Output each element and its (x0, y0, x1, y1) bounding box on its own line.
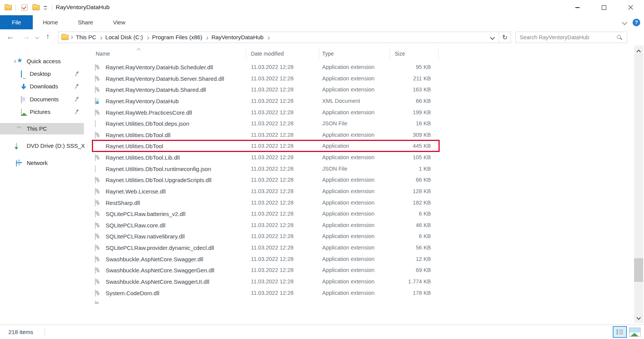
date-modified-cell: 11.03.2022 12:28 (251, 233, 318, 239)
vertical-scrollbar[interactable] (634, 46, 643, 323)
dll-file-icon (95, 86, 96, 93)
sidebar-item-documents[interactable]: Documents (0, 94, 84, 105)
ribbon-collapse-icon[interactable] (622, 19, 627, 25)
qat-dropdown-icon[interactable] (43, 6, 47, 10)
breadcrumb-separator[interactable] (205, 37, 208, 40)
table-row[interactable]: SQLitePCLRaw.batteries_v2.dll11.03.2022 … (85, 208, 634, 220)
column-header-date-modified[interactable]: Date modified (251, 51, 284, 57)
table-row[interactable]: Raynet.Utilities.DbTool11.03.2022 12:28A… (85, 141, 634, 152)
pin-icon (75, 71, 79, 76)
file-icon-cell (95, 290, 102, 297)
file-name-cell: Raynet.Utilities.DbTool.deps.json (106, 120, 247, 127)
date-modified-cell: 11.03.2022 12:28 (251, 267, 318, 273)
sidebar-item-dvd-drive-d-sss-x[interactable]: DVD Drive (D:) SSS_X (0, 140, 84, 152)
scroll-up-icon[interactable] (636, 50, 641, 54)
highlight-annotation (92, 140, 440, 152)
file-name-cell: SQLitePCLRaw.provider.dynamic_cdecl.dll (106, 245, 247, 251)
sidebar-item-desktop[interactable]: Desktop (0, 68, 84, 80)
file-name-cell: Raynet.Utilities.DbTool.Lib.dll (106, 154, 247, 161)
file-name-cell: Swashbuckle.AspNetCore.Swagger.dll (106, 256, 247, 262)
tab-home[interactable]: Home (33, 15, 68, 29)
address-bar[interactable]: This PCLocal Disk (C:)Program Files (x86… (58, 32, 511, 43)
date-modified-cell: 11.03.2022 12:28 (251, 177, 318, 183)
breadcrumb-item[interactable]: Program Files (x86) (150, 34, 204, 40)
table-row[interactable]: Swashbuckle.AspNetCore.Swagger.dll11.03.… (85, 254, 634, 265)
table-row[interactable]: RestSharp.dll11.03.2022 12:28Application… (85, 197, 634, 209)
size-cell: 12 KB (389, 256, 431, 262)
dll-file-icon (95, 199, 96, 206)
dll-file-icon (95, 289, 96, 297)
date-modified-cell: 11.03.2022 12:28 (251, 166, 318, 172)
scroll-down-icon[interactable] (636, 315, 641, 320)
maximize-icon (602, 5, 606, 10)
recent-locations-chevron-icon[interactable] (35, 35, 39, 39)
table-row[interactable]: SQLitePCLRaw.nativelibrary.dll11.03.2022… (85, 231, 634, 242)
table-row[interactable]: SQLitePCLRaw.provider.dynamic_cdecl.dll1… (85, 242, 634, 254)
table-row-partial (85, 299, 634, 304)
date-modified-cell: 11.03.2022 12:28 (251, 211, 318, 217)
table-row[interactable]: Raynet.RayWeb.PracticesCore.dll11.03.202… (85, 107, 634, 118)
tab-share[interactable]: Share (68, 15, 103, 29)
date-modified-cell: 11.03.2022 12:28 (251, 222, 318, 228)
back-arrow-icon[interactable]: ← (6, 32, 14, 40)
dvd-drive-icon (16, 142, 17, 150)
table-row[interactable]: Raynet.Utilities.DbTool.dll11.03.2022 12… (85, 130, 634, 141)
column-header-type[interactable]: Type (322, 51, 334, 57)
close-button[interactable] (617, 0, 644, 15)
file-icon-cell (95, 166, 102, 173)
forward-arrow-icon[interactable]: → (22, 32, 30, 40)
table-row[interactable]: System.CodeDom.dll11.03.2022 12:28Applic… (85, 288, 634, 299)
file-icon-cell (95, 132, 102, 139)
address-dropdown-icon[interactable] (490, 35, 495, 40)
file-name-cell: Raynet.RayVentory.DataHub.Scheduler.dll (106, 64, 247, 70)
column-header-name[interactable]: Name (96, 51, 110, 57)
tab-view[interactable]: View (103, 15, 135, 29)
breadcrumb-item[interactable]: This PC (74, 34, 98, 40)
breadcrumb-separator[interactable] (146, 37, 149, 40)
breadcrumb-separator[interactable] (99, 37, 102, 40)
refresh-icon[interactable]: ↻ (499, 32, 511, 43)
check-quick-access-icon[interactable] (21, 5, 27, 11)
table-row[interactable]: Raynet.RayVentory.DataHub.Scheduler.dll1… (85, 62, 634, 73)
breadcrumb-item[interactable]: RayVentoryDataHub (209, 34, 265, 40)
file-name-cell: Raynet.RayVentory.DataHub.Server.Shared.… (106, 75, 247, 82)
column-header-size[interactable]: Size (395, 51, 405, 57)
search-input[interactable] (516, 32, 627, 43)
search-icon (617, 35, 621, 39)
table-row[interactable]: Raynet.Utilities.DbTool.UpgradeScripts.d… (85, 174, 634, 186)
table-row[interactable]: Raynet.RayVentory.DataHub.Server.Shared.… (85, 73, 634, 85)
breadcrumb-item[interactable]: Local Disk (C:) (103, 34, 145, 40)
details-view-button[interactable] (613, 326, 627, 338)
sidebar-item-this-pc[interactable]: This PC (0, 123, 84, 134)
file-icon-cell (95, 233, 102, 240)
sidebar-item-network[interactable]: Network (0, 157, 84, 169)
folder-icon[interactable] (32, 5, 40, 10)
table-row[interactable]: SQLitePCLRaw.core.dll11.03.2022 12:28App… (85, 220, 634, 231)
tab-file[interactable]: File (0, 15, 33, 29)
table-row[interactable]: Swashbuckle.AspNetCore.SwaggerGen.dll11.… (85, 265, 634, 276)
sidebar-item-quick-access[interactable]: Quick access (0, 56, 84, 67)
size-cell: 182 KB (389, 200, 431, 206)
scrollbar-thumb[interactable] (634, 258, 643, 282)
breadcrumb-separator[interactable] (267, 37, 270, 40)
dll-file-icon (95, 267, 96, 274)
table-row[interactable]: Raynet.Web.License.dll11.03.2022 12:28Ap… (85, 186, 634, 197)
thumbnail-view-button[interactable] (629, 328, 641, 337)
table-row[interactable]: Swashbuckle.AspNetCore.SwaggerUI.dll11.0… (85, 276, 634, 288)
minimize-button[interactable] (564, 0, 591, 15)
up-arrow-icon[interactable]: ↑ (46, 32, 50, 40)
table-row[interactable]: Raynet.Utilities.DbTool.deps.json11.03.2… (85, 118, 634, 130)
maximize-button[interactable] (591, 0, 617, 15)
file-icon-cell (95, 188, 102, 195)
breadcrumb: This PCLocal Disk (C:)Program Files (x86… (74, 34, 271, 41)
size-cell: 163 KB (389, 86, 431, 93)
sidebar-item-pictures[interactable]: Pictures (0, 106, 84, 118)
table-row[interactable]: Raynet.RayVentory.DataHub11.03.2022 12:2… (85, 96, 634, 107)
date-modified-cell: 11.03.2022 12:28 (251, 154, 318, 160)
table-row[interactable]: Raynet.Utilities.DbTool.Lib.dll11.03.202… (85, 152, 634, 163)
table-row[interactable]: Raynet.Utilities.DbTool.runtimeconfig.js… (85, 163, 634, 175)
sidebar-item-downloads[interactable]: Downloads (0, 81, 84, 92)
help-icon[interactable]: ? (633, 19, 640, 26)
table-row[interactable]: Raynet.RayVentory.DataHub.Shared.dll11.0… (85, 84, 634, 96)
dll-file-icon (95, 222, 96, 229)
